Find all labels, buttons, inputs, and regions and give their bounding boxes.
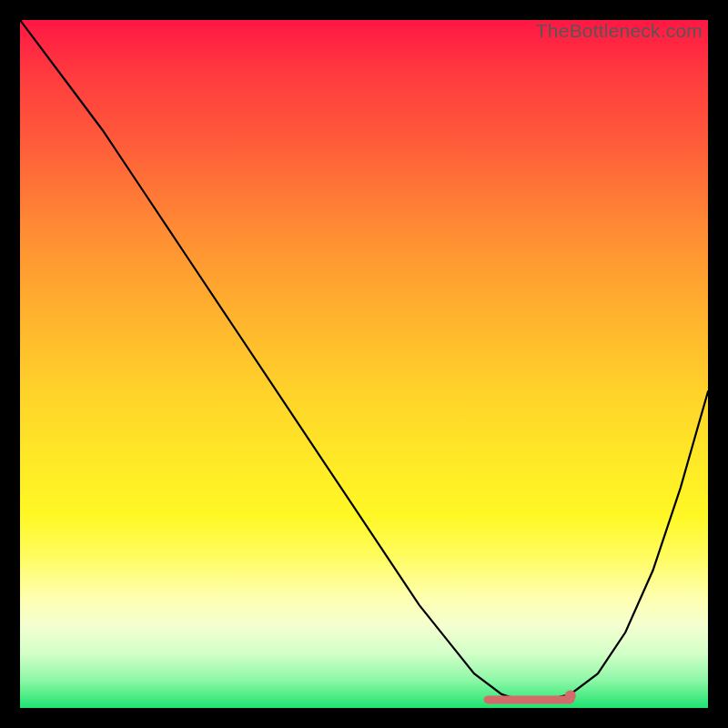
- curve-marker: [565, 690, 576, 701]
- curve-layer: [20, 20, 708, 708]
- chart-frame: TheBottleneck.com: [0, 0, 728, 728]
- watermark-text: TheBottleneck.com: [536, 20, 703, 42]
- plot-area: TheBottleneck.com: [20, 20, 708, 708]
- bottleneck-curve: [20, 20, 708, 701]
